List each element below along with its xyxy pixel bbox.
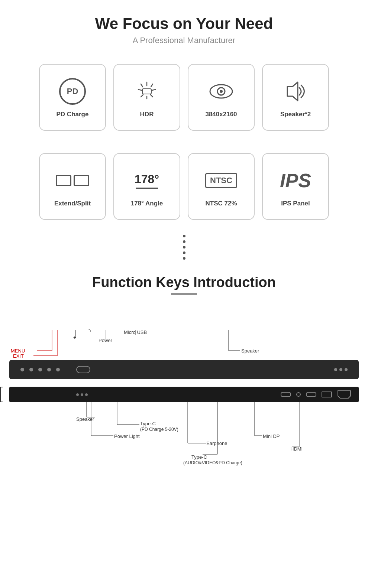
top-bar-buttons [20, 366, 90, 373]
type-c-av-label: Type-C [191, 454, 207, 460]
feature-card-resolution: 3840x2160 [188, 64, 255, 131]
button-dot-3 [38, 368, 42, 371]
speaker-dot-3 [345, 368, 348, 371]
top-annotations: MENU EXIT + - Power Micro USB Speaker [9, 312, 359, 360]
speaker-group [334, 368, 348, 371]
button-dot-2 [29, 368, 33, 371]
page-header: We Focus on Your Need A Professional Man… [0, 0, 368, 49]
ips-icon: IPS [280, 166, 311, 195]
micro-usb-label: Micro USB [124, 329, 147, 335]
earphone-label: Earphone [206, 441, 227, 446]
eye-icon [206, 77, 236, 106]
function-keys-diagram: MENU EXIT + - Power Micro USB Speaker [0, 312, 368, 484]
svg-line-6 [141, 95, 143, 97]
top-bar [9, 360, 359, 379]
svg-line-4 [151, 95, 153, 97]
thickness-label: 11mm [0, 392, 1, 397]
section-underline [171, 293, 197, 295]
bracket-bottom [0, 402, 3, 402]
svg-line-8 [141, 84, 143, 87]
plus-label: + [73, 335, 76, 340]
feature-grid-row2: Extend/Split 178° 178° Angle NTSC NTSC 7… [0, 138, 368, 227]
feature-grid-row1: PD PD Charge [0, 49, 368, 138]
port-hdmi [337, 390, 351, 399]
svg-line-7 [138, 90, 142, 90]
type-c-pd-label: Type-C [140, 421, 156, 426]
ips-label: IPS Panel [281, 200, 310, 207]
extend-label: Extend/Split [54, 200, 91, 207]
port-usbc-1 [281, 392, 291, 397]
speaker-label: Speaker*2 [280, 111, 311, 118]
exit-label: EXIT [13, 353, 24, 359]
hdr-label: HDR [140, 111, 154, 118]
button-dot-5 [56, 368, 60, 371]
port-minidp [322, 392, 332, 397]
button-dot-1 [20, 368, 24, 371]
type-c-pd-sub-label: (PD Charge 5-20V) [140, 427, 178, 432]
svg-line-2 [151, 84, 153, 87]
angle-label: 178° Angle [131, 200, 163, 207]
ntsc-icon: NTSC [205, 166, 237, 195]
feature-card-angle: 178° 178° Angle [113, 153, 180, 220]
side-ports [281, 390, 351, 399]
button-dot-4 [47, 368, 51, 371]
feature-card-pd: PD PD Charge [39, 64, 106, 131]
port-audio [296, 392, 301, 397]
type-c-av-sub-label: (AUDIO&VIDEO&PD Charge) [183, 460, 242, 465]
speaker-dot-1 [334, 368, 337, 371]
feature-card-ips: IPS IPS Panel [262, 153, 329, 220]
dot-divider [0, 227, 368, 271]
bottom-annot-svg [9, 402, 359, 484]
top-annot-svg [9, 312, 359, 360]
svg-rect-0 [142, 89, 151, 94]
side-dot-2 [81, 393, 83, 396]
side-bar [9, 387, 359, 402]
extend-split-icon [56, 166, 89, 195]
resolution-label: 3840x2160 [205, 111, 237, 118]
speaker-icon [281, 77, 310, 106]
minus-label: - [88, 327, 90, 332]
svg-point-11 [220, 90, 223, 93]
feature-card-extend: Extend/Split [39, 153, 106, 220]
subtitle: A Professional Manufacturer [7, 36, 361, 45]
bottom-speaker-label: Speaker [76, 416, 94, 422]
power-label: Power [99, 338, 112, 343]
menu-label: MENU [11, 348, 25, 354]
top-view-bar-container [9, 360, 359, 383]
feature-card-speaker: Speaker*2 [262, 64, 329, 131]
power-light-label: Power Light [114, 433, 140, 439]
side-dot-1 [76, 393, 79, 396]
feature-card-ntsc: NTSC NTSC 72% [188, 153, 255, 220]
svg-line-3 [152, 90, 155, 90]
main-title: We Focus on Your Need [7, 15, 361, 33]
home-button [76, 366, 90, 373]
top-speaker-label: Speaker [241, 348, 259, 354]
section2-title-container: Function Keys Introduction [0, 271, 368, 297]
speaker-dot-2 [339, 368, 342, 371]
ntsc-label: NTSC 72% [205, 200, 237, 207]
side-speaker-dots [76, 393, 88, 396]
feature-card-hdr: HDR [113, 64, 180, 131]
pd-charge-label: PD Charge [57, 111, 89, 118]
bottom-annotations: Speaker Type-C (PD Charge 5-20V) Power L… [9, 402, 359, 484]
mini-dp-label: Mini DP [263, 433, 280, 439]
side-dot-3 [85, 393, 88, 396]
section2-title: Function Keys Introduction [0, 274, 368, 290]
side-view-container: 11mm [9, 387, 359, 484]
hdmi-label: HDMI [290, 446, 303, 452]
pd-charge-icon: PD [59, 77, 86, 106]
hdr-icon [132, 77, 162, 106]
svg-marker-12 [287, 82, 298, 101]
port-usbc-2 [306, 392, 316, 397]
angle-icon: 178° [135, 166, 159, 195]
